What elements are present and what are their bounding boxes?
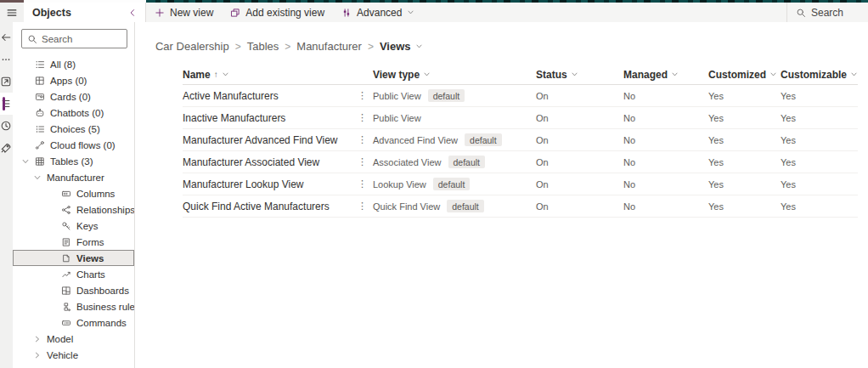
advanced-button[interactable]: Advanced: [333, 3, 423, 22]
sidebar-item-keys[interactable]: Keys: [13, 218, 134, 234]
charts-icon: [61, 269, 71, 280]
sidebar-item-vehicle[interactable]: Vehicle: [13, 347, 134, 363]
hamburger-button[interactable]: [0, 3, 24, 22]
customized-value: Yes: [708, 201, 781, 212]
tree-item-label: Vehicle: [47, 350, 78, 360]
sidebar-item-forms[interactable]: Forms: [13, 234, 134, 250]
status-value: On: [536, 179, 623, 190]
breadcrumb: Car Dealership > Tables > Manufacturer >…: [155, 40, 868, 53]
sidebar-item-views[interactable]: Views: [13, 250, 134, 266]
tree-item-label: Tables (3): [50, 156, 93, 167]
main-content: Car Dealership > Tables > Manufacturer >…: [135, 22, 868, 368]
rocket-icon: [0, 142, 12, 154]
customized-value: Yes: [708, 113, 781, 123]
chevron-down-icon: [571, 71, 578, 78]
column-header-managed[interactable]: Managed: [623, 69, 708, 81]
sidebar-item-business-rules[interactable]: Business rules: [13, 298, 134, 314]
sidebar-item-manufacturer[interactable]: Manufacturer: [13, 169, 134, 185]
view-name-link[interactable]: Manufacturer Associated View: [183, 156, 354, 168]
tree-item-label: Manufacturer: [47, 173, 104, 183]
breadcrumb-tables[interactable]: Tables: [247, 40, 279, 53]
sidebar-item-commands[interactable]: Commands: [13, 314, 134, 331]
rail-more-button[interactable]: [0, 48, 13, 71]
row-more-button[interactable]: ⋮: [354, 201, 370, 212]
column-header-view-type[interactable]: View type: [373, 69, 536, 81]
objects-search-input[interactable]: [42, 34, 121, 44]
breadcrumb-current-views[interactable]: Views: [380, 40, 423, 53]
status-value: On: [536, 201, 623, 212]
customized-value: Yes: [708, 135, 781, 145]
back-arrow-icon: [0, 31, 12, 43]
managed-value: No: [623, 157, 708, 167]
chevron-down-icon: [222, 71, 229, 78]
sidebar-item-charts[interactable]: Charts: [13, 266, 134, 282]
new-view-button[interactable]: New view: [146, 3, 222, 22]
object-tree-icon: [0, 98, 12, 110]
rail-pipelines-button[interactable]: [0, 137, 13, 159]
history-icon: [0, 120, 12, 132]
sidebar-item-columns[interactable]: Columns: [13, 185, 134, 201]
sort-asc-icon: ↑: [214, 70, 218, 79]
sidebar-item-tables[interactable]: Tables (3): [13, 153, 134, 169]
apps-icon: [35, 76, 45, 86]
new-view-label: New view: [170, 7, 213, 19]
view-type-label: Quick Find View: [373, 201, 440, 212]
view-name-link[interactable]: Manufacturer Advanced Find View: [183, 134, 354, 146]
customizable-value: Yes: [781, 91, 858, 101]
rail-back-button[interactable]: [0, 26, 13, 48]
views-table-rows: Active Manufacturers⋮Public ViewdefaultO…: [183, 85, 858, 218]
cloud-flow-icon: [35, 140, 45, 150]
breadcrumb-solution[interactable]: Car Dealership: [155, 40, 229, 53]
sidebar-item-choices[interactable]: Choices (5): [13, 121, 134, 137]
sidebar-item-apps[interactable]: Apps (0): [13, 72, 134, 88]
column-header-status[interactable]: Status: [536, 69, 623, 81]
row-more-button[interactable]: ⋮: [354, 134, 370, 145]
row-more-button[interactable]: ⋮: [354, 178, 370, 190]
collapse-panel-chevron-left-icon[interactable]: [127, 8, 138, 18]
rail-history-button[interactable]: [0, 115, 13, 137]
objects-panel-header: Objects: [24, 3, 146, 22]
breadcrumb-separator: >: [235, 41, 241, 53]
view-row-active-manufacturers: Active Manufacturers⋮Public ViewdefaultO…: [183, 85, 858, 107]
sidebar-item-dashboards[interactable]: Dashboards: [13, 282, 134, 298]
sidebar-item-cards[interactable]: Cards (0): [13, 88, 134, 105]
tree-item-label: Cards (0): [50, 92, 91, 102]
add-existing-view-button[interactable]: Add existing view: [222, 3, 333, 22]
sidebar-item-chatbots[interactable]: Chatbots (0): [13, 105, 134, 121]
row-more-button[interactable]: ⋮: [354, 112, 370, 123]
app-header-row: Objects New view Add existing view Advan…: [0, 3, 868, 22]
add-existing-label: Add existing view: [245, 7, 324, 19]
search-icon: [796, 8, 806, 18]
view-row-manufacturer-associated-view: Manufacturer Associated View⋮Associated …: [183, 151, 858, 173]
tree-item-label: Model: [47, 334, 73, 344]
column-header-name[interactable]: Name↑: [183, 69, 373, 81]
column-header-customized[interactable]: Customized: [708, 69, 781, 81]
view-name-link[interactable]: Inactive Manufacturers: [183, 112, 354, 124]
rail-solutions-button[interactable]: [0, 71, 13, 93]
sidebar-item-relationships[interactable]: Relationships: [13, 201, 134, 218]
view-type-label: Public View: [373, 91, 421, 101]
sidebar-item-cloud-flows[interactable]: Cloud flows (0): [13, 137, 134, 153]
sidebar-item-model[interactable]: Model: [13, 331, 134, 347]
default-badge: default: [433, 178, 471, 190]
tree-item-label: Chatbots (0): [50, 108, 104, 118]
column-header-customizable[interactable]: Customizable: [781, 69, 858, 81]
view-name-link[interactable]: Active Manufacturers: [183, 90, 354, 102]
status-value: On: [536, 113, 623, 123]
chevron-down-icon: [423, 71, 431, 78]
chevron-down-icon: [769, 71, 777, 78]
plus-icon: [155, 8, 165, 18]
numbered-list-icon: [35, 59, 45, 70]
customized-value: Yes: [708, 157, 781, 167]
view-name-link[interactable]: Quick Find Active Manufacturers: [183, 201, 354, 212]
customizable-value: Yes: [781, 201, 858, 212]
sidebar-item-all[interactable]: All (8): [13, 56, 134, 72]
global-search-box[interactable]: Search: [786, 3, 868, 22]
row-more-button[interactable]: ⋮: [354, 90, 370, 101]
view-name-link[interactable]: Manufacturer Lookup View: [183, 178, 354, 190]
row-more-button[interactable]: ⋮: [354, 156, 370, 167]
rail-objects-button[interactable]: [0, 93, 13, 115]
dashboards-icon: [61, 286, 71, 296]
breadcrumb-table[interactable]: Manufacturer: [296, 40, 362, 53]
advanced-filter-icon: [341, 8, 352, 18]
